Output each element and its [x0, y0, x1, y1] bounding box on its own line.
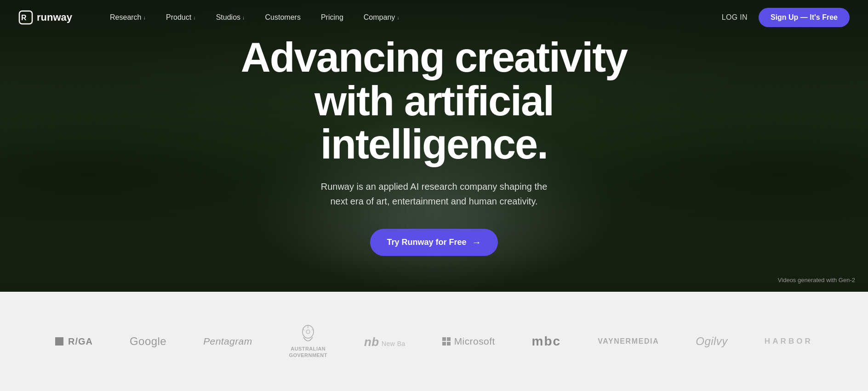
- nav-company[interactable]: Company ↓: [354, 10, 410, 25]
- chevron-down-icon: ↓: [397, 15, 400, 20]
- logo-ogilvy: Ogilvy: [696, 335, 728, 348]
- nav-links: Research ↓ Product ↓ Studios ↓ Customers…: [100, 10, 722, 25]
- runway-logo-icon: R: [18, 10, 33, 25]
- microsoft-grid-icon: [442, 337, 451, 346]
- logo-rga: R/GA: [55, 336, 93, 347]
- chevron-down-icon: ↓: [193, 15, 196, 20]
- logos-row: R/GA Google Pentagram AUSTRALIANGOVERNME…: [0, 324, 868, 358]
- logo-mbc: mbc: [532, 334, 561, 349]
- hero-subtitle: Runway is an applied AI research company…: [200, 179, 668, 209]
- cta-button[interactable]: Try Runway for Free →: [370, 229, 497, 256]
- nav-studios[interactable]: Studios ↓: [206, 10, 255, 25]
- chevron-down-icon: ↓: [242, 15, 245, 20]
- logo-harbor: HARBOR: [765, 337, 813, 346]
- nav-actions: LOG IN Sign Up — It's Free: [722, 8, 850, 27]
- svg-point-3: [306, 330, 310, 334]
- navbar: R runway Research ↓ Product ↓ Studios ↓ …: [0, 0, 868, 35]
- logo[interactable]: R runway: [18, 10, 72, 25]
- logo-microsoft: Microsoft: [442, 336, 495, 347]
- logo-pentagram: Pentagram: [203, 336, 252, 347]
- hero-content: Advancing creativity with artificial int…: [181, 36, 687, 256]
- nav-pricing[interactable]: Pricing: [311, 10, 354, 25]
- hero-section: Advancing creativity with artificial int…: [0, 0, 868, 292]
- svg-text:R: R: [21, 14, 27, 22]
- nav-research[interactable]: Research ↓: [100, 10, 156, 25]
- logo-google: Google: [130, 335, 166, 348]
- chevron-down-icon: ↓: [143, 15, 146, 20]
- nav-customers[interactable]: Customers: [255, 10, 311, 25]
- australia-crest-icon: [300, 324, 316, 345]
- svg-text:New Balance: New Balance: [382, 340, 405, 347]
- logo-text: runway: [37, 11, 72, 23]
- logos-section: R/GA Google Pentagram AUSTRALIANGOVERNME…: [0, 292, 868, 391]
- logo-vaynermedia: VAYNERMEDIA: [598, 337, 659, 346]
- logo-newbalance: nb New Balance: [364, 333, 405, 350]
- svg-text:nb: nb: [364, 335, 379, 349]
- newbalance-icon: nb New Balance: [364, 333, 405, 350]
- arrow-icon: →: [472, 237, 481, 248]
- signup-button[interactable]: Sign Up — It's Free: [759, 8, 850, 27]
- hero-title: Advancing creativity with artificial int…: [200, 36, 668, 166]
- login-button[interactable]: LOG IN: [722, 13, 748, 22]
- nav-product[interactable]: Product ↓: [156, 10, 206, 25]
- rga-square-icon: [55, 337, 63, 346]
- logo-australia: AUSTRALIANGOVERNMENT: [289, 324, 327, 358]
- video-credit: Videos generated with Gen-2: [778, 277, 855, 283]
